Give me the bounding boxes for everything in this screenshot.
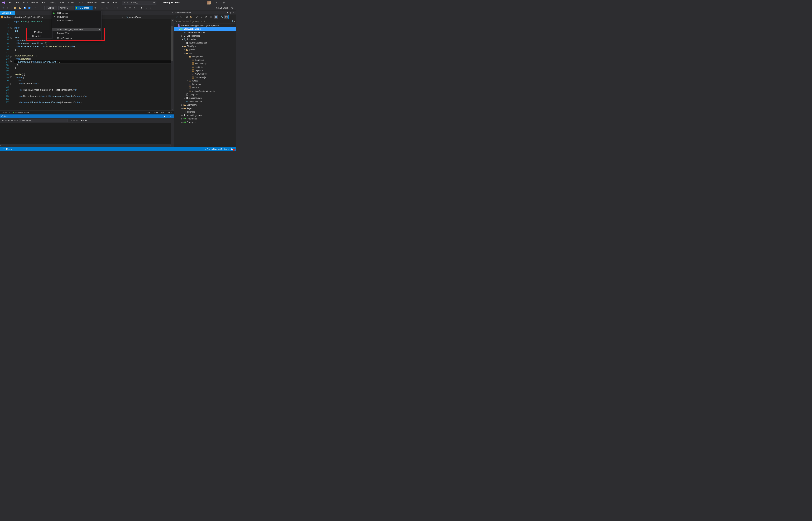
se-sync-button[interactable] [199,15,204,19]
output-title-bar[interactable]: Output ▾ ⤓ ✕ [0,114,174,118]
menu-tools[interactable]: Tools [77,1,85,5]
tree-expander-icon[interactable]: ▷ [181,108,183,109]
code-line[interactable] [14,85,174,88]
fold-toggle[interactable]: − [10,83,12,85]
tree-expander-icon[interactable] [189,76,191,78]
code-line[interactable]: <p>This is a simple example of a React c… [14,88,174,91]
browse-with-item[interactable]: Browse With... [52,31,102,35]
minimize-button[interactable] [213,0,220,5]
se-view-button[interactable] [224,15,228,19]
code-line[interactable]: }); [14,64,174,67]
tree-node[interactable]: ▷public [174,48,236,51]
indent-mode[interactable]: SPC [161,112,165,114]
split-editor-icon[interactable]: ✚ [171,19,174,22]
code-line[interactable]: <button onClick={this.incrementCounter}>… [14,101,174,104]
notifications-button[interactable]: 1 [230,148,234,150]
tree-expander-icon[interactable] [189,70,191,71]
solution-explorer-title-bar[interactable]: Solution Explorer ▾ ⤓ ✕ [174,11,236,15]
solution-tree[interactable]: Solution 'WebApplication4' (1 of 1 proje… [174,23,236,147]
menu-analyze[interactable]: Analyze [66,1,77,5]
se-pending-changes-button[interactable]: ▾ [195,15,199,19]
code-line[interactable] [14,98,174,101]
zoom-dropdown-icon[interactable]: ▾ [9,112,10,113]
submenu-enabled[interactable]: ✓Enabled [27,30,52,34]
tree-node[interactable]: ▷appsettings.json [174,114,236,117]
se-switch-views-button[interactable]: ▾ [189,15,194,19]
menu-help[interactable]: Help [111,1,118,5]
tree-node[interactable]: ▷Pages [174,107,236,110]
browser-link-button[interactable] [100,6,104,10]
tree-node[interactable]: ▷Controllers [174,103,236,107]
run-target-item[interactable]: ▶IIS Express [52,11,102,15]
issues-indicator[interactable]: ✔ No issues found [13,111,29,114]
tree-expander-icon[interactable] [175,25,178,26]
menu-window[interactable]: Window [99,1,111,5]
code-line[interactable] [14,91,174,95]
tree-expander-icon[interactable] [183,94,186,95]
bookmark-next-button[interactable]: ▸ [149,6,153,10]
quick-search-box[interactable]: Search (Ctrl+Q) [122,1,156,4]
code-line[interactable] [14,70,174,73]
menu-edit[interactable]: Edit [14,1,21,5]
se-back-button[interactable] [175,15,179,19]
code-line[interactable]: <p>Current count: <strong>{this.state.cu… [14,95,174,98]
menu-extensions[interactable]: Extensions [86,1,99,5]
context-member-dropdown[interactable]: 🔧 currentCount [126,16,173,19]
se-show-all-button[interactable] [208,15,212,19]
tree-node[interactable]: .gitignore [174,93,236,96]
submenu-disabled[interactable]: Disabled [27,34,52,38]
bookmark-button[interactable] [139,6,144,10]
source-control-button[interactable]: ↑ Add to Source Control ▴ [204,148,230,150]
output-source-dropdown[interactable]: IntelliSense [19,119,68,122]
output-hscroll[interactable]: ◂▸ [0,144,171,147]
refresh-button[interactable] [93,6,97,10]
user-avatar-icon[interactable] [207,1,211,4]
tree-node[interactable]: Solution 'WebApplication4' (1 of 1 proje… [174,24,236,27]
run-button[interactable]: IIS Express ▾ [75,6,92,10]
code-line[interactable] [14,51,174,54]
tree-expander-icon[interactable]: ▷ [181,121,183,123]
menu-test[interactable]: Test [58,1,65,5]
fold-toggle[interactable]: − [10,27,12,28]
save-all-button[interactable] [27,6,31,10]
tree-expander-icon[interactable]: ▷ [183,97,186,99]
se-search-input[interactable] [175,20,231,23]
tree-expander-icon[interactable] [189,73,191,75]
tree-expander-icon[interactable]: ◢ [178,28,180,30]
tree-node[interactable]: JSLayout.js [174,69,236,72]
feedback-button[interactable] [230,6,234,10]
indent-button[interactable]: ≡ [123,6,127,10]
code-line[interactable]: this.state = { currentCount: 0 }; [14,42,174,45]
fold-toggle[interactable]: − [10,56,12,58]
redo-button[interactable] [39,6,43,10]
maximize-button[interactable] [220,0,227,5]
tree-node[interactable]: ◢src [174,51,236,55]
picture-button[interactable] [105,6,109,10]
run-split-dropdown[interactable]: ▾ [90,6,93,10]
code-line[interactable]: currentCount: this.state.currentCount + … [14,61,174,64]
config-dropdown[interactable]: Debug [46,6,57,10]
fold-toggle[interactable]: − [10,76,12,78]
scroll-thumb[interactable] [171,26,173,61]
menu-file[interactable]: File [7,1,14,5]
se-close-icon[interactable]: ✕ [232,12,234,14]
platform-dropdown[interactable]: Any CPU [58,6,74,10]
script-debugging-item[interactable]: Script Debugging (Enabled)▶ [52,28,102,31]
tree-expander-icon[interactable]: ▷ [183,49,186,51]
solution-explorer-search[interactable]: 🔍▾ [174,19,236,23]
code-line[interactable]: } [14,67,174,70]
live-share-button[interactable]: Live Share [214,7,230,9]
tree-node[interactable]: Connected Services [174,31,236,34]
code-line[interactable]: } [14,48,174,51]
zoom-level[interactable]: 100 % [2,112,7,114]
fold-toggle[interactable]: − [10,60,12,62]
tree-expander-icon[interactable] [186,83,189,85]
tree-node[interactable]: JSindex.js [174,86,236,89]
more-emulators-item[interactable]: More Emulators... [52,37,102,40]
bookmark-prev-button[interactable]: ◂ [144,6,149,10]
fold-gutter[interactable]: −−−−−− [10,19,13,111]
tree-node[interactable]: ◢WebApplication4 [174,27,236,31]
output-pin-icon[interactable]: ⤓ [166,115,169,118]
undo-button[interactable] [34,6,38,10]
tree-node[interactable]: ▷package.json [174,96,236,100]
